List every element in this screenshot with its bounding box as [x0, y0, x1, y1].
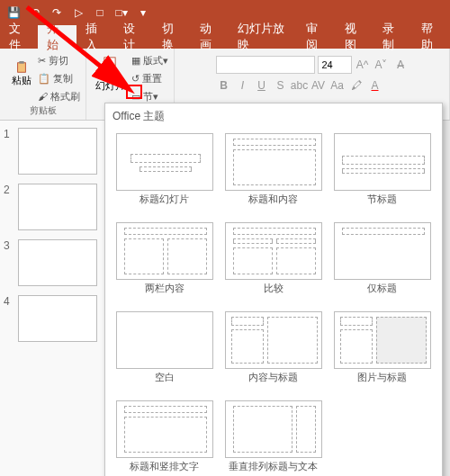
menu-home[interactable]: 开始: [38, 25, 76, 49]
menu-insert[interactable]: 插入: [76, 25, 114, 49]
qat-more-icon[interactable]: ▾: [133, 3, 153, 22]
menu-review[interactable]: 审阅: [297, 25, 335, 49]
qat-extra-2-icon[interactable]: □▾: [112, 3, 131, 22]
svg-rect-0: [18, 62, 26, 72]
menu-design[interactable]: 设计: [114, 25, 152, 49]
italic-button[interactable]: I: [235, 77, 251, 94]
menu-slideshow[interactable]: 幻灯片放映: [229, 25, 297, 49]
copy-button[interactable]: 📋复制: [38, 70, 80, 86]
layout-picture-caption[interactable]: 图片与标题: [330, 311, 434, 395]
clipboard-group: 粘贴 ✂剪切 📋复制 🖌格式刷 剪贴板: [0, 49, 86, 120]
layout-blank[interactable]: 空白: [112, 311, 216, 395]
layout-section-header[interactable]: 节标题: [330, 133, 434, 217]
slide-thumbnail[interactable]: 1: [4, 128, 104, 175]
case-button[interactable]: Aa: [329, 77, 346, 94]
paste-button[interactable]: 粘贴: [5, 52, 38, 95]
increase-font-icon[interactable]: A^: [355, 57, 371, 73]
qat-extra-1-icon[interactable]: □: [90, 3, 110, 22]
redo-icon[interactable]: ↷: [47, 3, 67, 22]
bold-button[interactable]: B: [216, 77, 232, 94]
menu-transition[interactable]: 切换: [153, 25, 191, 49]
undo-icon[interactable]: ↶: [25, 3, 45, 22]
menu-view[interactable]: 视图: [336, 25, 374, 49]
section-icon: ▭: [131, 91, 140, 103]
layout-title-content[interactable]: 标题和内容: [221, 133, 325, 217]
menu-help[interactable]: 帮助: [412, 25, 450, 49]
slide-thumbnail[interactable]: 2: [4, 184, 104, 230]
reset-icon: ↺: [131, 73, 140, 85]
clear-format-icon[interactable]: A̶: [392, 57, 409, 73]
layout-two-content[interactable]: 两栏内容: [112, 222, 216, 306]
save-icon[interactable]: 💾: [4, 3, 23, 22]
svg-rect-1: [19, 61, 23, 64]
cut-button[interactable]: ✂剪切: [38, 52, 80, 68]
layout-title-vertical-text[interactable]: 标题和竖排文字: [112, 400, 216, 476]
layout-grid: 标题幻灯片 标题和内容 节标题 两栏内容 比较 仅标题 空白 内容与标题 图片与…: [105, 130, 442, 476]
copy-icon: 📋: [38, 73, 50, 85]
reset-button[interactable]: ↺重置: [131, 70, 168, 86]
decrease-font-icon[interactable]: A˅: [374, 57, 390, 73]
underline-button[interactable]: U: [254, 77, 270, 94]
new-slide-icon: [104, 57, 116, 69]
new-slide-label: 新建 幻灯片: [95, 69, 125, 91]
svg-point-3: [111, 64, 115, 68]
shadow-button[interactable]: abc: [292, 77, 308, 94]
layout-title-slide[interactable]: 标题幻灯片: [112, 133, 216, 217]
layout-button[interactable]: ▦版式▾: [131, 52, 168, 68]
strikethrough-button[interactable]: S: [273, 77, 289, 94]
font-name-select[interactable]: [216, 56, 315, 74]
clipboard-icon: [15, 61, 28, 74]
layout-title-only[interactable]: 仅标题: [330, 222, 434, 306]
dropdown-theme-header: Office 主题: [105, 103, 442, 130]
paste-label: 粘贴: [12, 74, 32, 87]
slide-thumbnail[interactable]: 3: [4, 239, 104, 286]
new-slide-button[interactable]: 新建 幻灯片: [92, 52, 128, 95]
layout-icon: ▦: [131, 55, 140, 67]
highlight-button[interactable]: 🖍: [348, 77, 364, 94]
format-painter-button[interactable]: 🖌格式刷: [38, 88, 80, 104]
menu-bar: 文件 开始 插入 设计 切换 动画 幻灯片放映 审阅 视图 录制 帮助: [0, 25, 450, 49]
font-color-button[interactable]: A: [367, 77, 383, 94]
layout-vertical-title-text[interactable]: 垂直排列标题与文本: [221, 400, 325, 476]
menu-file[interactable]: 文件: [0, 25, 38, 49]
slide-thumbnail[interactable]: 4: [4, 295, 104, 342]
layout-content-caption[interactable]: 内容与标题: [221, 311, 325, 395]
menu-record[interactable]: 录制: [374, 25, 411, 49]
menu-animation[interactable]: 动画: [191, 25, 229, 49]
new-slide-dropdown: Office 主题 标题幻灯片 标题和内容 节标题 两栏内容 比较 仅标题 空白…: [104, 103, 443, 476]
layout-comparison[interactable]: 比较: [221, 222, 325, 306]
scissors-icon: ✂: [38, 55, 46, 67]
clipboard-group-label: 剪贴板: [30, 104, 57, 117]
spacing-button[interactable]: AV: [310, 77, 327, 94]
brush-icon: 🖌: [38, 91, 48, 102]
start-slideshow-icon[interactable]: ▷: [68, 3, 88, 22]
font-size-select[interactable]: [318, 56, 352, 74]
thumbnail-panel[interactable]: 1 2 3 4: [0, 121, 108, 476]
